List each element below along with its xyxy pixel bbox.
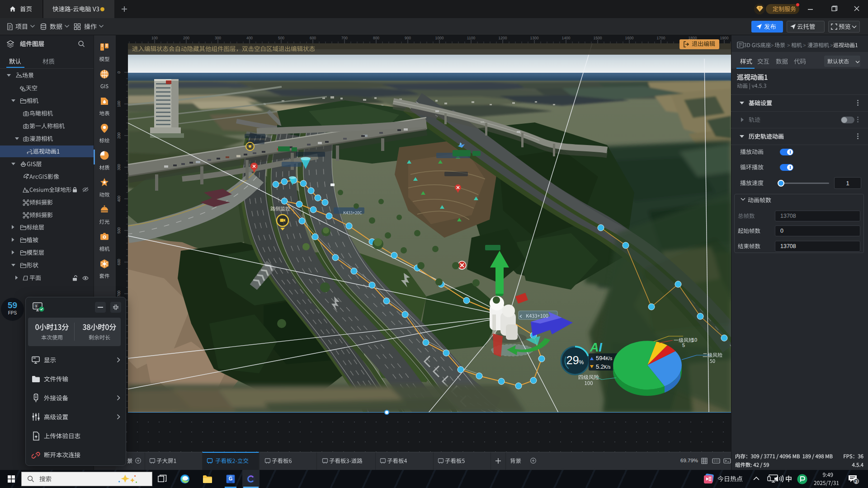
svg-text:5: 5 [682, 343, 685, 348]
svg-text:600: 600 [310, 36, 316, 40]
svg-text:400: 400 [246, 36, 253, 40]
svg-text:300: 300 [117, 164, 121, 170]
svg-text:1400: 1400 [562, 36, 571, 40]
svg-text:1600: 1600 [625, 36, 634, 40]
svg-text:1: 1 [35, 304, 38, 308]
svg-text:1000: 1000 [435, 36, 444, 40]
svg-text:0: 0 [117, 71, 121, 73]
svg-text:700: 700 [117, 291, 121, 297]
svg-text:594K/s: 594K/s [596, 355, 612, 361]
svg-text:500: 500 [117, 227, 121, 234]
svg-text:1200: 1200 [499, 36, 507, 40]
svg-text:600: 600 [117, 259, 121, 265]
svg-text:500: 500 [278, 36, 284, 40]
svg-text:G: G [229, 476, 233, 481]
svg-text:10: 10 [692, 337, 697, 343]
svg-text:1500: 1500 [594, 36, 602, 40]
svg-text:1900: 1900 [720, 36, 729, 40]
svg-text:1100: 1100 [467, 36, 476, 40]
svg-text:700: 700 [341, 36, 348, 40]
svg-text:1700: 1700 [657, 36, 665, 40]
svg-text:200: 200 [117, 132, 121, 139]
svg-text:1300: 1300 [530, 36, 539, 40]
svg-text:900: 900 [405, 36, 411, 40]
svg-text:5.2K/s: 5.2K/s [596, 363, 611, 370]
svg-text:100: 100 [151, 36, 158, 40]
svg-text:300: 300 [215, 36, 221, 40]
svg-text:100: 100 [117, 101, 121, 107]
svg-text:AI: AI [590, 341, 603, 354]
svg-text:400: 400 [117, 196, 121, 202]
svg-text:800: 800 [373, 36, 379, 40]
svg-text:2: 2 [855, 479, 857, 484]
svg-text:200: 200 [183, 36, 189, 40]
